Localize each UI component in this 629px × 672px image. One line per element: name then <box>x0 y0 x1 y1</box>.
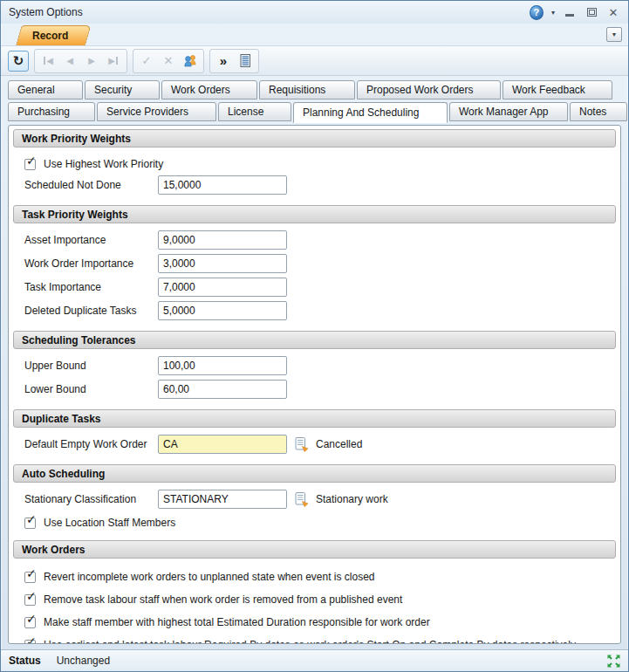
checkbox-label: Use Highest Work Priority <box>44 158 163 170</box>
upper-bound-input[interactable] <box>158 356 287 375</box>
lower-bound-input[interactable] <box>158 380 287 399</box>
lower-bound-row: Lower Bound <box>24 379 609 400</box>
next-record-button[interactable]: ▶ <box>81 51 102 72</box>
first-record-button[interactable]: ◀ <box>38 51 58 72</box>
section-duplicate-tasks: Duplicate Tasks Default Empty Work Order <box>13 409 616 460</box>
close-icon: ✕ <box>609 6 619 19</box>
apply-button[interactable]: ✓ <box>136 51 157 72</box>
default-empty-work-order-row: Default Empty Work Order <box>24 434 609 455</box>
field-label: Stationary Classification <box>24 493 158 505</box>
checkbox-label: Use earliest and latest task labour Requ… <box>44 639 576 644</box>
help-button[interactable]: ? <box>530 5 544 19</box>
checkbox-box[interactable]: ✓ <box>24 159 36 170</box>
stationary-classification-input[interactable] <box>158 490 287 509</box>
field-label: Task Importance <box>24 281 158 293</box>
planning-and-scheduling-panel: Work Priority Weights ✓ Use Highest Work… <box>8 125 621 644</box>
last-record-button[interactable]: ▶ <box>103 51 124 72</box>
use-highest-work-priority-checkbox[interactable]: ✓ Use Highest Work Priority <box>24 156 609 172</box>
revert-incomplete-work-orders-checkbox[interactable]: ✓ Revert incomplete work orders to unpla… <box>24 569 609 585</box>
checkbox-label: Remove task labour staff when work order… <box>44 593 402 606</box>
deleted-duplicate-tasks-row: Deleted Duplicate Tasks <box>24 300 609 321</box>
refresh-button[interactable]: ↻ <box>8 51 29 72</box>
checkbox-box[interactable]: ✓ <box>24 617 36 628</box>
toolbar: ↻ ◀ ◀ ▶ ▶ ✓ ✕ <box>1 46 628 76</box>
last-record-arrow-icon: ▶ <box>108 57 115 65</box>
expand-button[interactable] <box>607 655 620 668</box>
section-work-priority-weights: Work Priority Weights ✓ Use Highest Work… <box>13 129 616 201</box>
checkmark-icon: ✓ <box>26 635 37 645</box>
asset-importance-row: Asset Importance <box>24 230 609 250</box>
section-header: Work Orders <box>13 540 616 559</box>
tab-work-manager-app[interactable]: Work Manager App <box>449 102 568 121</box>
lookup-icon <box>293 436 310 453</box>
view-group: » <box>209 49 259 73</box>
tab-purchasing[interactable]: Purchasing <box>8 102 95 121</box>
upper-bound-row: Upper Bound <box>24 355 609 376</box>
deleted-duplicate-tasks-input[interactable] <box>158 301 287 320</box>
close-button[interactable]: ✕ <box>606 5 620 19</box>
stationary-classification-row: Stationary Classification <box>24 489 609 510</box>
checkmark-icon: ✓ <box>26 590 37 602</box>
cancel-cross-icon: ✕ <box>164 55 174 66</box>
classification-description: Stationary work <box>316 493 388 505</box>
first-record-icon <box>44 57 45 65</box>
section-scheduling-tolerances: Scheduling Tolerances Upper Bound Lower … <box>13 331 616 405</box>
field-label: Default Empty Work Order <box>24 438 158 450</box>
tab-proposed-work-orders[interactable]: Proposed Work Orders <box>357 80 501 99</box>
more-commands-button[interactable]: » <box>213 51 234 72</box>
asset-importance-input[interactable] <box>158 230 287 250</box>
work-order-lookup-button[interactable] <box>292 435 310 453</box>
make-staff-member-responsible-checkbox[interactable]: ✓ Make staff member with highest total E… <box>24 614 609 630</box>
tab-service-providers[interactable]: Service Providers <box>97 102 216 121</box>
task-importance-input[interactable] <box>158 278 287 297</box>
checkbox-box[interactable]: ✓ <box>24 640 36 645</box>
use-earliest-latest-dates-checkbox[interactable]: ✓ Use earliest and latest task labour Re… <box>24 637 609 644</box>
last-record-icon <box>116 57 118 65</box>
restore-button[interactable] <box>585 5 598 19</box>
users-button[interactable] <box>180 51 201 72</box>
tab-work-orders[interactable]: Work Orders <box>161 80 257 99</box>
section-header: Duplicate Tasks <box>13 409 616 428</box>
section-task-priority-weights: Task Priority Weights Asset Importance W… <box>13 205 616 326</box>
status-value: Unchanged <box>57 655 110 667</box>
tab-planning-and-scheduling[interactable]: Planning And Scheduling <box>293 102 448 123</box>
tabrow-1: General Security Work Orders Requisition… <box>8 79 621 99</box>
list-view-button[interactable] <box>235 51 256 72</box>
default-empty-work-order-input[interactable] <box>158 435 287 454</box>
checkbox-label: Revert incomplete work orders to unplann… <box>44 571 375 583</box>
help-dropdown-caret-icon[interactable]: ▾ <box>551 9 555 17</box>
use-location-staff-members-checkbox[interactable]: ✓ Use Location Staff Members <box>24 515 609 531</box>
tab-license[interactable]: License <box>218 102 291 121</box>
minimize-icon <box>565 14 574 17</box>
ribbon-dropdown-button[interactable]: ▼ <box>606 27 622 42</box>
cancel-button[interactable]: ✕ <box>158 51 179 72</box>
scheduled-not-done-row: Scheduled Not Done <box>24 175 609 195</box>
classification-lookup-button[interactable] <box>292 490 310 508</box>
scheduled-not-done-input[interactable] <box>158 175 287 195</box>
checkbox-box[interactable]: ✓ <box>24 594 36 606</box>
checkbox-label: Use Location Staff Members <box>44 517 175 529</box>
field-label: Lower Bound <box>24 383 158 395</box>
section-auto-scheduling: Auto Scheduling Stationary Classificatio… <box>13 464 616 536</box>
field-label: Asset Importance <box>24 234 158 246</box>
checkbox-box[interactable]: ✓ <box>24 572 36 583</box>
field-label: Deleted Duplicate Tasks <box>24 305 158 317</box>
checkmark-icon: ✓ <box>26 567 37 579</box>
work-order-importance-input[interactable] <box>158 254 287 273</box>
section-header: Work Priority Weights <box>13 129 616 147</box>
apply-check-icon: ✓ <box>142 55 152 66</box>
tab-requisitions[interactable]: Requisitions <box>259 80 355 99</box>
tab-general[interactable]: General <box>8 80 83 99</box>
tab-record[interactable]: Record <box>11 25 85 45</box>
checkbox-box[interactable]: ✓ <box>24 518 36 529</box>
first-record-arrow-icon: ◀ <box>46 57 53 65</box>
remove-task-labour-staff-checkbox[interactable]: ✓ Remove task labour staff when work ord… <box>24 592 609 607</box>
previous-record-button[interactable]: ◀ <box>59 51 80 72</box>
minimize-button[interactable] <box>563 5 577 19</box>
list-view-icon <box>238 53 252 68</box>
tabrow-2: Purchasing Service Providers License Pla… <box>8 100 621 121</box>
tab-notes[interactable]: Notes <box>570 102 627 121</box>
tab-security[interactable]: Security <box>85 80 160 99</box>
tab-work-feedback[interactable]: Work Feedback <box>503 80 612 99</box>
status-label: Status <box>9 655 41 667</box>
